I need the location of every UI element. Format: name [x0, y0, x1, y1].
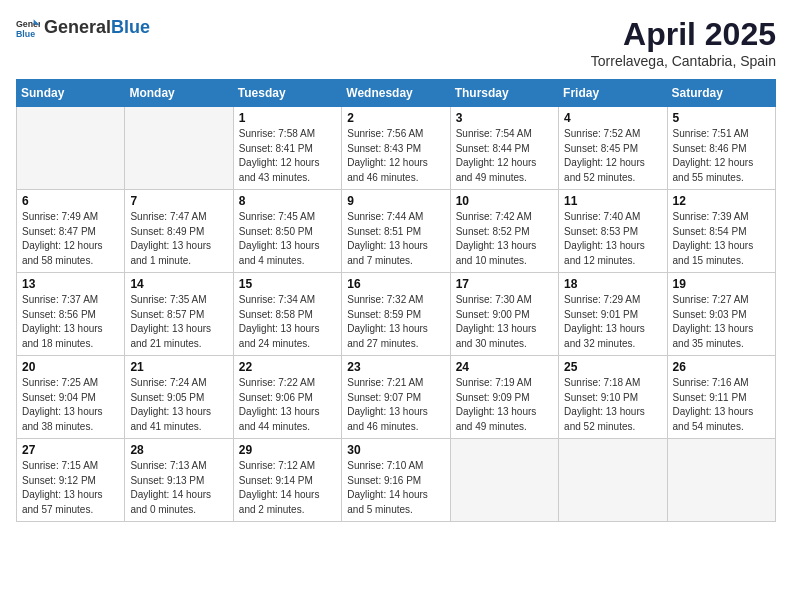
- cell-info: Sunrise: 7:35 AMSunset: 8:57 PMDaylight:…: [130, 293, 227, 351]
- cell-info: Sunrise: 7:10 AMSunset: 9:16 PMDaylight:…: [347, 459, 444, 517]
- calendar-cell: 14Sunrise: 7:35 AMSunset: 8:57 PMDayligh…: [125, 273, 233, 356]
- cell-info: Sunrise: 7:12 AMSunset: 9:14 PMDaylight:…: [239, 459, 336, 517]
- day-number: 17: [456, 277, 553, 291]
- calendar-cell: 4Sunrise: 7:52 AMSunset: 8:45 PMDaylight…: [559, 107, 667, 190]
- cell-info: Sunrise: 7:27 AMSunset: 9:03 PMDaylight:…: [673, 293, 770, 351]
- cell-info: Sunrise: 7:51 AMSunset: 8:46 PMDaylight:…: [673, 127, 770, 185]
- month-title: April 2025: [591, 16, 776, 53]
- svg-text:Blue: Blue: [16, 29, 35, 39]
- page-header: General Blue GeneralBlue April 2025 Torr…: [16, 16, 776, 69]
- day-number: 29: [239, 443, 336, 457]
- cell-info: Sunrise: 7:42 AMSunset: 8:52 PMDaylight:…: [456, 210, 553, 268]
- day-number: 30: [347, 443, 444, 457]
- calendar-week-row: 1Sunrise: 7:58 AMSunset: 8:41 PMDaylight…: [17, 107, 776, 190]
- day-header-tuesday: Tuesday: [233, 80, 341, 107]
- location-title: Torrelavega, Cantabria, Spain: [591, 53, 776, 69]
- day-number: 28: [130, 443, 227, 457]
- calendar-cell: [667, 439, 775, 522]
- cell-info: Sunrise: 7:25 AMSunset: 9:04 PMDaylight:…: [22, 376, 119, 434]
- day-number: 15: [239, 277, 336, 291]
- calendar-cell: 8Sunrise: 7:45 AMSunset: 8:50 PMDaylight…: [233, 190, 341, 273]
- day-header-saturday: Saturday: [667, 80, 775, 107]
- day-number: 12: [673, 194, 770, 208]
- calendar-cell: 27Sunrise: 7:15 AMSunset: 9:12 PMDayligh…: [17, 439, 125, 522]
- cell-info: Sunrise: 7:37 AMSunset: 8:56 PMDaylight:…: [22, 293, 119, 351]
- cell-info: Sunrise: 7:29 AMSunset: 9:01 PMDaylight:…: [564, 293, 661, 351]
- calendar-cell: 26Sunrise: 7:16 AMSunset: 9:11 PMDayligh…: [667, 356, 775, 439]
- day-number: 22: [239, 360, 336, 374]
- calendar-week-row: 20Sunrise: 7:25 AMSunset: 9:04 PMDayligh…: [17, 356, 776, 439]
- calendar-cell: 15Sunrise: 7:34 AMSunset: 8:58 PMDayligh…: [233, 273, 341, 356]
- calendar-cell: 12Sunrise: 7:39 AMSunset: 8:54 PMDayligh…: [667, 190, 775, 273]
- cell-info: Sunrise: 7:21 AMSunset: 9:07 PMDaylight:…: [347, 376, 444, 434]
- calendar-cell: 20Sunrise: 7:25 AMSunset: 9:04 PMDayligh…: [17, 356, 125, 439]
- calendar-cell: 21Sunrise: 7:24 AMSunset: 9:05 PMDayligh…: [125, 356, 233, 439]
- calendar-cell: 5Sunrise: 7:51 AMSunset: 8:46 PMDaylight…: [667, 107, 775, 190]
- day-number: 9: [347, 194, 444, 208]
- day-header-friday: Friday: [559, 80, 667, 107]
- cell-info: Sunrise: 7:54 AMSunset: 8:44 PMDaylight:…: [456, 127, 553, 185]
- logo-icon: General Blue: [16, 16, 40, 40]
- logo-general: General: [44, 18, 111, 38]
- day-number: 26: [673, 360, 770, 374]
- cell-info: Sunrise: 7:49 AMSunset: 8:47 PMDaylight:…: [22, 210, 119, 268]
- day-number: 27: [22, 443, 119, 457]
- calendar-week-row: 27Sunrise: 7:15 AMSunset: 9:12 PMDayligh…: [17, 439, 776, 522]
- calendar-cell: 7Sunrise: 7:47 AMSunset: 8:49 PMDaylight…: [125, 190, 233, 273]
- day-number: 5: [673, 111, 770, 125]
- cell-info: Sunrise: 7:18 AMSunset: 9:10 PMDaylight:…: [564, 376, 661, 434]
- day-header-wednesday: Wednesday: [342, 80, 450, 107]
- calendar-header-row: SundayMondayTuesdayWednesdayThursdayFrid…: [17, 80, 776, 107]
- day-number: 2: [347, 111, 444, 125]
- cell-info: Sunrise: 7:44 AMSunset: 8:51 PMDaylight:…: [347, 210, 444, 268]
- calendar-week-row: 6Sunrise: 7:49 AMSunset: 8:47 PMDaylight…: [17, 190, 776, 273]
- cell-info: Sunrise: 7:47 AMSunset: 8:49 PMDaylight:…: [130, 210, 227, 268]
- calendar-cell: [559, 439, 667, 522]
- day-number: 8: [239, 194, 336, 208]
- calendar-cell: 30Sunrise: 7:10 AMSunset: 9:16 PMDayligh…: [342, 439, 450, 522]
- day-number: 11: [564, 194, 661, 208]
- calendar-cell: 29Sunrise: 7:12 AMSunset: 9:14 PMDayligh…: [233, 439, 341, 522]
- calendar-week-row: 13Sunrise: 7:37 AMSunset: 8:56 PMDayligh…: [17, 273, 776, 356]
- cell-info: Sunrise: 7:52 AMSunset: 8:45 PMDaylight:…: [564, 127, 661, 185]
- logo: General Blue GeneralBlue: [16, 16, 150, 40]
- day-header-monday: Monday: [125, 80, 233, 107]
- calendar-cell: 13Sunrise: 7:37 AMSunset: 8:56 PMDayligh…: [17, 273, 125, 356]
- day-number: 14: [130, 277, 227, 291]
- cell-info: Sunrise: 7:45 AMSunset: 8:50 PMDaylight:…: [239, 210, 336, 268]
- day-number: 18: [564, 277, 661, 291]
- day-number: 16: [347, 277, 444, 291]
- calendar-cell: 23Sunrise: 7:21 AMSunset: 9:07 PMDayligh…: [342, 356, 450, 439]
- calendar-cell: 22Sunrise: 7:22 AMSunset: 9:06 PMDayligh…: [233, 356, 341, 439]
- calendar-cell: 25Sunrise: 7:18 AMSunset: 9:10 PMDayligh…: [559, 356, 667, 439]
- calendar-cell: 19Sunrise: 7:27 AMSunset: 9:03 PMDayligh…: [667, 273, 775, 356]
- calendar-cell: 9Sunrise: 7:44 AMSunset: 8:51 PMDaylight…: [342, 190, 450, 273]
- day-number: 7: [130, 194, 227, 208]
- cell-info: Sunrise: 7:58 AMSunset: 8:41 PMDaylight:…: [239, 127, 336, 185]
- calendar-cell: 28Sunrise: 7:13 AMSunset: 9:13 PMDayligh…: [125, 439, 233, 522]
- cell-info: Sunrise: 7:39 AMSunset: 8:54 PMDaylight:…: [673, 210, 770, 268]
- cell-info: Sunrise: 7:34 AMSunset: 8:58 PMDaylight:…: [239, 293, 336, 351]
- logo-blue: Blue: [111, 18, 150, 38]
- day-number: 1: [239, 111, 336, 125]
- day-number: 10: [456, 194, 553, 208]
- cell-info: Sunrise: 7:40 AMSunset: 8:53 PMDaylight:…: [564, 210, 661, 268]
- cell-info: Sunrise: 7:13 AMSunset: 9:13 PMDaylight:…: [130, 459, 227, 517]
- day-number: 24: [456, 360, 553, 374]
- cell-info: Sunrise: 7:19 AMSunset: 9:09 PMDaylight:…: [456, 376, 553, 434]
- cell-info: Sunrise: 7:30 AMSunset: 9:00 PMDaylight:…: [456, 293, 553, 351]
- day-number: 3: [456, 111, 553, 125]
- day-number: 21: [130, 360, 227, 374]
- calendar-cell: 2Sunrise: 7:56 AMSunset: 8:43 PMDaylight…: [342, 107, 450, 190]
- day-number: 13: [22, 277, 119, 291]
- calendar-cell: [125, 107, 233, 190]
- cell-info: Sunrise: 7:24 AMSunset: 9:05 PMDaylight:…: [130, 376, 227, 434]
- title-block: April 2025 Torrelavega, Cantabria, Spain: [591, 16, 776, 69]
- cell-info: Sunrise: 7:15 AMSunset: 9:12 PMDaylight:…: [22, 459, 119, 517]
- day-number: 19: [673, 277, 770, 291]
- day-header-sunday: Sunday: [17, 80, 125, 107]
- calendar-cell: 18Sunrise: 7:29 AMSunset: 9:01 PMDayligh…: [559, 273, 667, 356]
- cell-info: Sunrise: 7:56 AMSunset: 8:43 PMDaylight:…: [347, 127, 444, 185]
- calendar-cell: 6Sunrise: 7:49 AMSunset: 8:47 PMDaylight…: [17, 190, 125, 273]
- calendar-cell: 1Sunrise: 7:58 AMSunset: 8:41 PMDaylight…: [233, 107, 341, 190]
